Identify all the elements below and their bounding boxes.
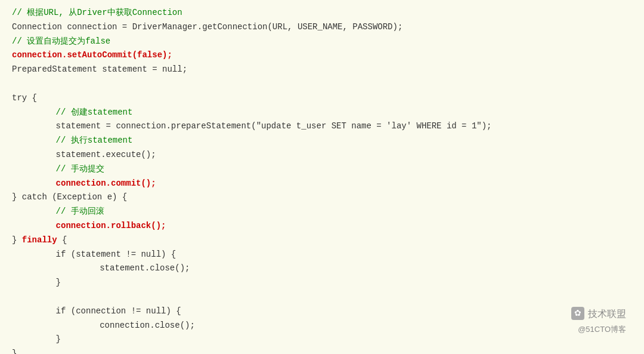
code-line-10: // 执行statement [12, 134, 632, 148]
code-line-9: statement = connection.prepareStatement(… [12, 119, 632, 134]
code-line-15: // 手动回滚 [12, 205, 632, 219]
watermark-blog: @51CTO博客 [578, 323, 626, 336]
watermark-brand: ✿ 技术联盟 [571, 306, 626, 322]
code-line-2: Connection connection = DriverManager.ge… [12, 20, 632, 35]
code-block: // 根据URL, 从Driver中获取Connection Connectio… [0, 0, 644, 354]
watermark: ✿ 技术联盟 @51CTO博客 [571, 306, 626, 336]
code-line-25: } [12, 347, 632, 354]
code-line-13: connection.commit(); [12, 177, 632, 191]
code-line-21 [12, 290, 632, 304]
code-line-17: } finally { [12, 233, 632, 248]
code-line-7: try { [12, 91, 632, 106]
code-line-11: statement.execute(); [12, 148, 632, 162]
code-line-3: // 设置自动提交为false [12, 35, 632, 49]
code-line-14: } catch (Exception e) { [12, 190, 632, 205]
watermark-brand-text: 技术联盟 [588, 306, 626, 322]
code-line-23: connection.close(); [12, 319, 632, 333]
code-line-16: connection.rollback(); [12, 219, 632, 233]
code-line-5: PreparedStatement statement = null; [12, 63, 632, 77]
code-line-22: if (connection != null) { [12, 304, 632, 319]
code-line-6 [12, 77, 632, 91]
code-line-20: } [12, 276, 632, 290]
code-line-1: // 根据URL, 从Driver中获取Connection [12, 6, 632, 20]
code-line-24: } [12, 333, 632, 347]
code-line-12: // 手动提交 [12, 162, 632, 177]
watermark-icon: ✿ [571, 307, 584, 320]
code-line-18: if (statement != null) { [12, 248, 632, 262]
code-line-4: connection.setAutoCommit(false); [12, 48, 632, 63]
code-line-8: // 创建statement [12, 106, 632, 120]
code-line-19: statement.close(); [12, 261, 632, 276]
